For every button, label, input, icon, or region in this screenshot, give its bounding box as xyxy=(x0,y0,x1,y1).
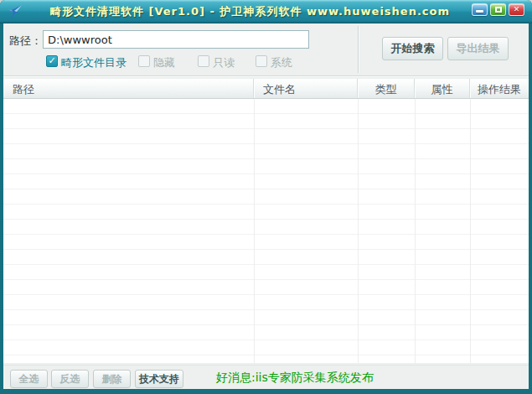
column-header-attribute[interactable]: 属性 xyxy=(415,79,470,98)
tech-support-button[interactable]: 技术支持 xyxy=(135,370,183,388)
column-header-path[interactable]: 路径 xyxy=(3,79,254,98)
panel-divider xyxy=(358,26,359,73)
checkbox-hidden-label: 隐藏 xyxy=(153,55,175,70)
horizontal-separator xyxy=(3,75,529,77)
app-logo-bird-icon xyxy=(3,2,28,22)
close-button[interactable]: ✕ xyxy=(509,3,524,16)
titlebar: 畸形文件清理软件 [Ver1.0] - 护卫神系列软件 www.huweishe… xyxy=(0,0,532,23)
checkbox-readonly[interactable] xyxy=(198,55,209,67)
grid-line xyxy=(470,99,471,363)
delete-button[interactable]: 删除 xyxy=(93,370,131,388)
window-controls: ✕ xyxy=(472,3,524,16)
footer-bar: 全选 反选 删除 技术支持 好消息:iis专家防采集系统发布 xyxy=(3,365,529,389)
invert-selection-button[interactable]: 反选 xyxy=(51,370,89,388)
checkbox-system-label: 系统 xyxy=(271,55,292,70)
grid-line xyxy=(254,99,255,363)
column-header-result[interactable]: 操作结果 xyxy=(470,79,529,98)
checkbox-system[interactable] xyxy=(256,55,267,67)
window-title: 畸形文件清理软件 [Ver1.0] - 护卫神系列软件 www.huweishe… xyxy=(28,4,472,19)
table-body-empty[interactable] xyxy=(3,99,529,363)
content-area: 路径： ✓ 畸形文件目录 隐藏 只读 系统 开始搜索 导出结果 路径 文件名 类… xyxy=(3,23,529,389)
results-table: 路径 文件名 类型 属性 操作结果 xyxy=(3,79,529,363)
select-all-button[interactable]: 全选 xyxy=(10,370,48,388)
path-input[interactable] xyxy=(43,30,309,49)
maximize-button[interactable] xyxy=(490,3,506,16)
checkbox-hidden[interactable] xyxy=(138,55,150,67)
column-header-filename[interactable]: 文件名 xyxy=(254,79,358,98)
maximize-icon xyxy=(495,7,502,13)
column-header-type[interactable]: 类型 xyxy=(358,79,415,98)
minimize-button[interactable] xyxy=(472,3,488,16)
app-window: 畸形文件清理软件 [Ver1.0] - 护卫神系列软件 www.huweishe… xyxy=(0,0,532,394)
path-label: 路径： xyxy=(9,34,42,49)
status-news-text: 好消息:iis专家防采集系统发布 xyxy=(216,371,374,386)
minimize-icon xyxy=(476,10,483,13)
checkbox-readonly-label: 只读 xyxy=(213,55,235,70)
table-header-row: 路径 文件名 类型 属性 操作结果 xyxy=(3,79,529,99)
checkbox-malformed-dir[interactable]: ✓ xyxy=(46,55,58,67)
export-results-button[interactable]: 导出结果 xyxy=(447,37,509,60)
start-search-button[interactable]: 开始搜索 xyxy=(382,37,443,60)
close-icon: ✕ xyxy=(514,6,520,13)
grid-line xyxy=(415,99,416,363)
search-panel: 路径： ✓ 畸形文件目录 隐藏 只读 系统 开始搜索 导出结果 xyxy=(3,23,529,76)
checkbox-malformed-dir-label: 畸形文件目录 xyxy=(61,55,127,70)
grid-line xyxy=(358,99,359,363)
